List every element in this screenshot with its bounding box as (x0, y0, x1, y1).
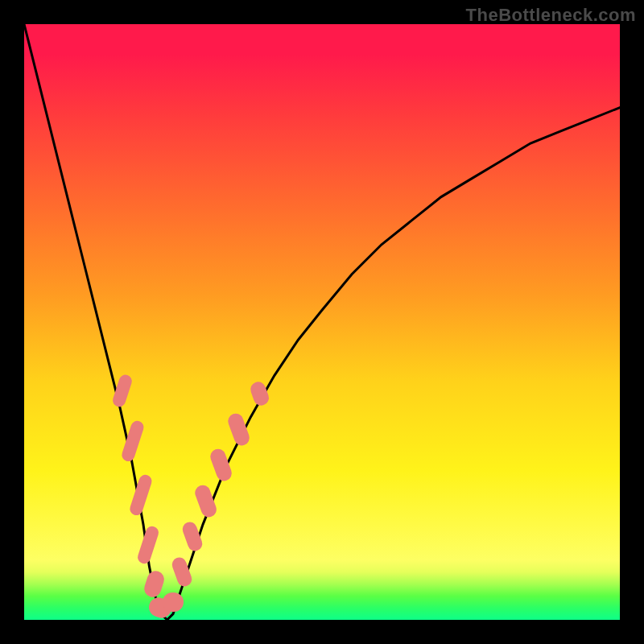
watermark-text: TheBottleneck.com (466, 5, 636, 26)
curve-layer (24, 24, 620, 620)
plot-area (24, 24, 620, 620)
chart-frame: TheBottleneck.com (0, 0, 644, 644)
bottleneck-curve (24, 24, 620, 620)
data-marker (163, 592, 184, 612)
